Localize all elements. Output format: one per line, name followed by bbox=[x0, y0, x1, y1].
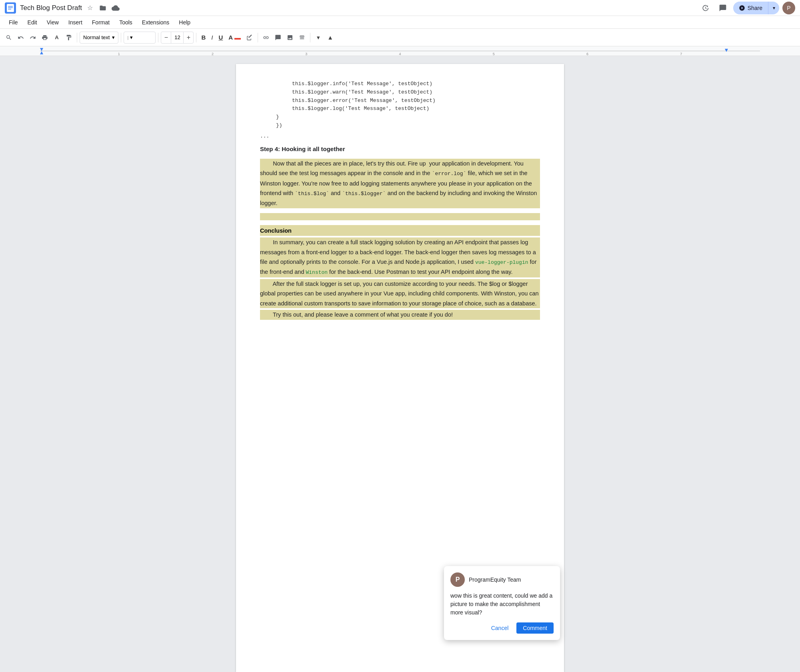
font-size-decrease[interactable]: − bbox=[161, 32, 171, 44]
menu-edit[interactable]: Edit bbox=[24, 18, 41, 27]
share-button-main[interactable]: Share bbox=[733, 2, 768, 14]
share-dropdown-arrow[interactable]: ▾ bbox=[768, 2, 779, 14]
para1: Now that all the pieces are in place, le… bbox=[260, 159, 540, 208]
search-toolbar-button[interactable] bbox=[3, 31, 14, 44]
more-toolbar-button[interactable]: ▾ bbox=[313, 31, 324, 44]
font-size-increase[interactable]: + bbox=[184, 32, 193, 44]
ruler: 1 2 3 4 5 6 7 bbox=[0, 46, 800, 56]
svg-rect-2 bbox=[8, 7, 13, 8]
font-family-select[interactable]: | ▾ bbox=[124, 32, 156, 44]
code-line-3: this.$logger.error('Test Message', testO… bbox=[260, 97, 540, 105]
menu-help[interactable]: Help bbox=[175, 18, 194, 27]
font-size-area: − + bbox=[161, 32, 194, 44]
menu-insert[interactable]: Insert bbox=[64, 18, 86, 27]
redo-button[interactable] bbox=[27, 31, 38, 44]
code-line-4: this.$logger.log('Test Message', testObj… bbox=[260, 105, 540, 113]
svg-rect-4 bbox=[234, 38, 241, 40]
docs-logo bbox=[5, 2, 16, 14]
highlight-button[interactable] bbox=[244, 31, 255, 44]
code-line-2: this.$logger.warn('Test Message', testOb… bbox=[260, 88, 540, 97]
paint-format-button[interactable] bbox=[63, 31, 74, 44]
comment-button[interactable] bbox=[716, 1, 730, 15]
conclusion-heading-para: Conclusion bbox=[260, 225, 540, 236]
comment-actions: Cancel Comment bbox=[450, 622, 554, 634]
conclusion-para2: After the full stack logger is set up, y… bbox=[260, 279, 540, 309]
add-comment-toolbar-button[interactable] bbox=[272, 31, 284, 44]
document-page: this.$logger.info('Test Message', testOb… bbox=[236, 64, 564, 672]
comment-author-avatar: P bbox=[450, 572, 465, 587]
code-line-1: this.$logger.info('Test Message', testOb… bbox=[260, 80, 540, 88]
code-line-6: }) bbox=[260, 122, 540, 130]
image-button[interactable] bbox=[284, 31, 296, 44]
vue-logger-link[interactable]: vue-logger-plugin bbox=[475, 259, 528, 265]
menu-view[interactable]: View bbox=[43, 18, 63, 27]
comment-text: wow this is great content, could we add … bbox=[450, 592, 554, 617]
title-icons: ☆ bbox=[85, 3, 120, 13]
conclusion-para3: Try this out, and please leave a comment… bbox=[260, 310, 540, 320]
menu-file[interactable]: File bbox=[5, 18, 22, 27]
code-block: this.$logger.info('Test Message', testOb… bbox=[260, 80, 540, 130]
history-button[interactable] bbox=[698, 1, 712, 15]
link-button[interactable] bbox=[260, 31, 272, 44]
comment-author-name: ProgramEquity Team bbox=[469, 576, 521, 583]
folder-button[interactable] bbox=[98, 3, 108, 13]
spell-button[interactable]: A bbox=[51, 31, 62, 44]
top-bar: Tech Blog Post Draft ☆ Share ▾ P bbox=[0, 0, 800, 16]
menu-extensions[interactable]: Extensions bbox=[138, 18, 173, 27]
undo-button[interactable] bbox=[15, 31, 26, 44]
underline-button[interactable]: U bbox=[216, 32, 225, 44]
winston-link[interactable]: Winston bbox=[306, 269, 328, 275]
svg-rect-3 bbox=[8, 9, 11, 10]
font-color-button[interactable]: A bbox=[226, 32, 243, 44]
share-button[interactable]: Share ▾ bbox=[733, 2, 779, 14]
submit-comment-button[interactable]: Comment bbox=[516, 622, 554, 634]
code-line-5: } bbox=[260, 113, 540, 122]
conclusion-para1: In summary, you can create a full stack … bbox=[260, 237, 540, 277]
top-right-area: Share ▾ P bbox=[698, 1, 795, 15]
cloud-button[interactable] bbox=[111, 3, 120, 13]
ellipsis: ... bbox=[260, 133, 540, 139]
document-title: Tech Blog Post Draft bbox=[20, 4, 82, 12]
table-button[interactable] bbox=[296, 31, 308, 44]
user-avatar[interactable]: P bbox=[782, 2, 795, 14]
italic-button[interactable]: I bbox=[209, 32, 215, 44]
font-size-input[interactable] bbox=[171, 32, 184, 44]
toolbar-collapse-button[interactable]: ▲ bbox=[325, 31, 336, 44]
step4-heading: Step 4: Hooking it all together bbox=[260, 146, 540, 152]
svg-rect-1 bbox=[8, 6, 13, 7]
cancel-comment-button[interactable]: Cancel bbox=[486, 622, 514, 634]
toolbar: A Normal text ▾ | ▾ − + B I U A ▾ ▲ bbox=[0, 29, 800, 46]
menu-format[interactable]: Format bbox=[88, 18, 114, 27]
comment-header: P ProgramEquity Team bbox=[450, 572, 554, 587]
text-style-select[interactable]: Normal text ▾ bbox=[80, 32, 118, 44]
menu-tools[interactable]: Tools bbox=[115, 18, 136, 27]
print-button[interactable] bbox=[39, 31, 50, 44]
doc-area: this.$logger.info('Test Message', testOb… bbox=[0, 56, 800, 672]
conclusion-heading: Conclusion bbox=[260, 227, 292, 234]
menu-bar: File Edit View Insert Format Tools Exten… bbox=[0, 16, 800, 29]
star-button[interactable]: ☆ bbox=[85, 3, 95, 13]
bold-button[interactable]: B bbox=[199, 32, 208, 44]
comment-popup: P ProgramEquity Team wow this is great c… bbox=[444, 566, 560, 640]
